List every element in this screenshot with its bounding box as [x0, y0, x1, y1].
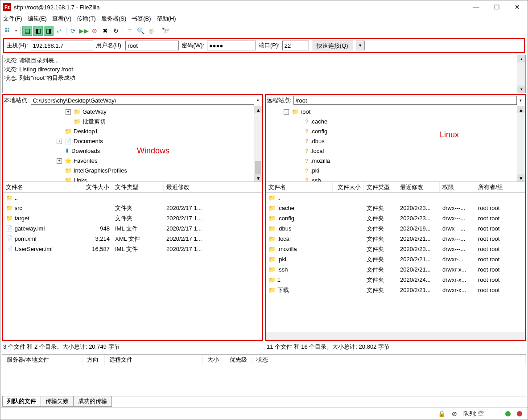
tree-item[interactable]: 📁Links	[12, 176, 254, 181]
file-row[interactable]: 📁 .pki文件夹2020/2/21...drwxr-...root root	[266, 254, 525, 264]
menu-transfer[interactable]: 传输(T)	[77, 15, 96, 23]
tree-item[interactable]: ?.local	[275, 146, 517, 156]
tree-expander[interactable]: +	[57, 158, 62, 164]
tab-failed[interactable]: 传输失败	[41, 396, 74, 407]
compare-button[interactable]: ◎	[146, 26, 156, 36]
tree-item[interactable]: -📁root	[275, 107, 517, 117]
th-remote[interactable]: 远程文件	[105, 355, 203, 365]
remote-tree[interactable]: -📁root?.cache?.config?.dbus?.local?.mozi…	[266, 106, 525, 182]
col-perms[interactable]: 权限	[440, 182, 475, 192]
host-input[interactable]	[31, 41, 93, 50]
tree-item[interactable]: ⬇Downloads	[12, 146, 254, 156]
local-tree-scrollbar[interactable]: ▴▾	[254, 106, 262, 181]
tab-queued[interactable]: 列队的文件	[2, 396, 41, 407]
tree-item[interactable]: ?.config	[275, 127, 517, 136]
tree-item[interactable]: +📁GateWay	[12, 107, 254, 117]
remote-tree-scrollbar[interactable]: ▴▾	[517, 106, 525, 181]
scroll-down-icon[interactable]: ▾	[517, 86, 525, 93]
filter-button[interactable]: ≡	[125, 26, 135, 36]
menu-view[interactable]: 查看(V)	[52, 15, 71, 23]
reconnect-button[interactable]: ↻	[111, 26, 121, 36]
process-queue-button[interactable]: ▶▶	[79, 26, 89, 36]
file-row[interactable]: 📁 下载文件夹2020/2/21...drwxr-x...root root	[266, 285, 525, 295]
local-file-header[interactable]: 文件名 文件大小 文件类型 最近修改	[3, 182, 262, 193]
tree-item[interactable]: ?.pki	[275, 166, 517, 176]
port-input[interactable]	[282, 41, 309, 50]
quickconnect-button[interactable]: 快速连接(Q)	[312, 41, 353, 50]
file-row[interactable]: 📁 .dbus文件夹2020/2/19...drwx---...root roo…	[266, 223, 525, 234]
col-size[interactable]: 文件大小	[81, 182, 112, 192]
th-dir[interactable]: 方向	[82, 355, 105, 365]
tree-item[interactable]: ?.dbus	[275, 136, 517, 146]
tree-item[interactable]: 📁Desktop1	[12, 127, 254, 136]
log-scrollbar[interactable]: ▴ ▾	[517, 55, 525, 93]
tree-item[interactable]: ?.ssh	[275, 176, 517, 181]
col-type[interactable]: 文件类型	[364, 182, 397, 192]
file-row[interactable]: 📁 target文件夹2020/2/17 1...	[3, 213, 262, 223]
toggle-log-button[interactable]: ▤	[22, 26, 32, 36]
local-path-dropdown[interactable]: ▾	[254, 98, 261, 103]
col-name[interactable]: 文件名	[266, 182, 333, 192]
file-row[interactable]: 📄 UserServer.iml16,587IML 文件2020/2/17 1.…	[3, 244, 262, 254]
refresh-button[interactable]: ⟳	[68, 26, 78, 36]
quickconnect-dropdown[interactable]: ▼	[356, 41, 365, 50]
tree-expander[interactable]: -	[284, 109, 289, 115]
file-row[interactable]: 📁 .local文件夹2020/2/21...drwx---...root ro…	[266, 234, 525, 244]
transfer-body[interactable]	[2, 365, 526, 396]
menu-edit[interactable]: 编辑(E)	[28, 15, 47, 23]
col-modified[interactable]: 最近修改	[164, 182, 262, 192]
th-prio[interactable]: 优先级	[225, 355, 252, 365]
transfer-header[interactable]: 服务器/本地文件 方向 远程文件 大小 优先级 状态	[2, 354, 526, 365]
col-name[interactable]: 文件名	[3, 182, 81, 192]
remote-file-header[interactable]: 文件名 文件大小 文件类型 最近修改 权限 所有者/组	[266, 182, 525, 193]
th-status[interactable]: 状态	[252, 355, 526, 365]
sitemanager-dropdown[interactable]: ▾	[14, 26, 18, 36]
file-row[interactable]: 📁 src文件夹2020/2/17 1...	[3, 203, 262, 213]
cancel-button[interactable]: ⊘	[90, 26, 99, 36]
toggle-local-tree-button[interactable]: ◧	[33, 26, 43, 36]
sitemanager-button[interactable]	[3, 26, 13, 36]
menu-file[interactable]: 文件(F)	[3, 15, 22, 23]
file-row[interactable]: 📄 gateway.iml948IML 文件2020/2/17 1...	[3, 223, 262, 234]
disconnect-button[interactable]: ✖	[100, 26, 110, 36]
file-row[interactable]: 📁 1文件夹2020/2/24...drwxr-x...root root	[266, 275, 525, 285]
file-row[interactable]: 📄 pom.xml3,214XML 文件2020/2/17 1...	[3, 234, 262, 244]
tree-expander[interactable]: +	[57, 139, 62, 144]
menu-help[interactable]: 帮助(H)	[157, 15, 176, 23]
local-path-input[interactable]	[31, 96, 254, 105]
search-button[interactable]: 🔍	[136, 26, 145, 36]
remote-path-input[interactable]	[293, 96, 517, 105]
toggle-remote-tree-button[interactable]: ◨	[44, 26, 54, 36]
file-row[interactable]: 📁 ..	[3, 193, 262, 203]
tree-item[interactable]: +⭐Favorites	[12, 156, 254, 166]
binoculars-button[interactable]: 🔭	[160, 26, 170, 36]
th-server[interactable]: 服务器/本地文件	[2, 355, 82, 365]
user-input[interactable]	[125, 41, 179, 50]
file-row[interactable]: 📁 .ssh文件夹2020/2/21...drwxr-x...root root	[266, 264, 525, 275]
maximize-button[interactable]: ☐	[487, 0, 507, 14]
scroll-up-icon[interactable]: ▴	[517, 55, 525, 62]
menu-server[interactable]: 服务器(S)	[101, 15, 126, 23]
tree-item[interactable]: 📁IntelGraphicsProfiles	[12, 166, 254, 176]
file-row[interactable]: 📁 .mozilla文件夹2020/2/23...drwx---...root …	[266, 244, 525, 254]
pass-input[interactable]	[207, 41, 256, 50]
col-type[interactable]: 文件类型	[112, 182, 164, 192]
tree-item[interactable]: +📄Documents	[12, 136, 254, 146]
remote-hscrollbar[interactable]	[266, 332, 525, 340]
tree-item[interactable]: ?.mozilla	[275, 156, 517, 166]
tab-success[interactable]: 成功的传输	[73, 396, 112, 407]
remote-path-dropdown[interactable]: ▾	[517, 98, 524, 103]
file-row[interactable]: 📁 .config文件夹2020/2/23...drwx---...root r…	[266, 213, 525, 223]
tree-expander[interactable]: +	[66, 109, 71, 115]
th-size[interactable]: 大小	[203, 355, 225, 365]
file-row[interactable]: 📁 ..	[266, 193, 525, 203]
col-size[interactable]: 文件大小	[333, 182, 364, 192]
menu-bookmarks[interactable]: 书签(B)	[132, 15, 151, 23]
col-owner[interactable]: 所有者/组	[475, 182, 525, 192]
local-tree[interactable]: +📁GateWay📁批量剪切📁Desktop1+📄Documents⬇Downl…	[3, 106, 262, 182]
minimize-button[interactable]: —	[466, 0, 487, 14]
col-modified[interactable]: 最近修改	[397, 182, 440, 192]
file-row[interactable]: 📁 .cache文件夹2020/2/23...drwx---...root ro…	[266, 203, 525, 213]
tree-item[interactable]: 📁批量剪切	[12, 117, 254, 127]
toggle-queue-button[interactable]: ⇄	[54, 26, 64, 36]
